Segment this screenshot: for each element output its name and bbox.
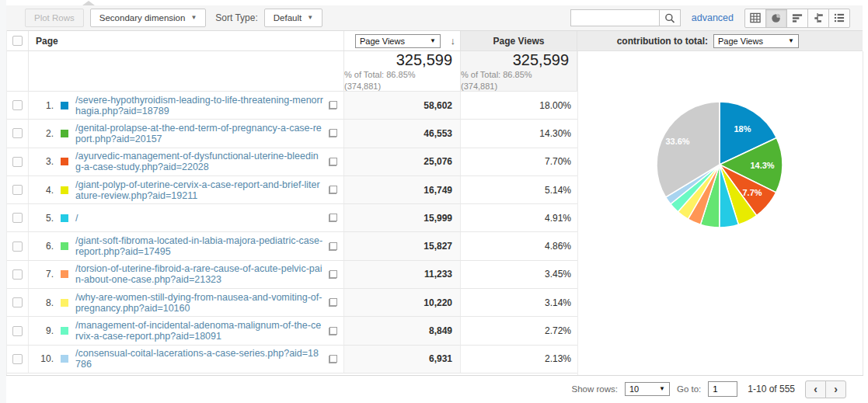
page-url-link[interactable]: /giant-polyp-of-uterine-cervix-a-case-re… [75,179,323,201]
page-url-link[interactable]: /why-are-women-still-dying-from-nausea-a… [75,292,323,314]
metric-select-dropdown[interactable]: Page Views ▼ [355,34,441,48]
page-url-link[interactable]: / [75,213,323,224]
view-toggle-group [744,9,850,28]
legend-color-swatch [61,327,68,335]
contribution-label: contribution to total: [617,36,708,47]
row-checkbox-cell [6,120,29,147]
page-cell: 10./consensual-coital-lacerations-a-case… [29,346,344,373]
pagination-buttons: ‹ › [805,380,846,398]
page-cell: 3./ayurvedic-management-of-dysfunctional… [29,148,344,175]
header-checkbox-cell [6,31,29,50]
external-link-icon[interactable] [329,270,337,279]
totals-value: 325,599 [396,50,452,69]
contribution-select-dropdown[interactable]: Page Views ▼ [713,34,799,48]
page-url-link[interactable]: /genital-prolapse-at-the-end-term-of-pre… [75,123,323,144]
search-input[interactable] [570,9,659,26]
totals-page-cell [29,51,344,91]
advanced-search-link[interactable]: advanced [692,12,734,23]
page-cell: 9./management-of-incidental-adenoma-mali… [29,317,344,344]
external-link-icon[interactable] [329,101,337,109]
contribution-header-cell: contribution to total: Page Views ▼ [577,31,863,50]
row-checkbox[interactable] [12,100,23,110]
select-all-checkbox[interactable] [12,36,23,46]
sort-type-dropdown[interactable]: Default ▼ [264,9,322,27]
view-data-table-button[interactable] [744,9,766,28]
row-checkbox[interactable] [12,213,23,223]
next-page-button[interactable]: › [825,380,846,398]
legend-color-swatch [61,158,68,165]
table-row: 5./15,9994.91% [6,204,577,232]
page-url-link[interactable]: /consensual-coital-lacerations-a-case-se… [75,348,323,370]
page-cell: 5./ [29,204,344,231]
page-column-header[interactable]: Page [29,31,344,50]
page-cell: 6./giant-soft-fibroma-located-in-labia-m… [29,232,344,259]
search-button[interactable] [659,9,681,26]
row-checkbox[interactable] [12,157,23,167]
totals-row: 325,599 % of Total: 86.85% (374,881) 325… [6,51,577,92]
table-row: 4./giant-polyp-of-uterine-cervix-a-case-… [6,176,577,204]
pie-chart-panel: 18%14.3%7.7%33.6% [577,51,863,375]
pivot-table-icon [834,12,845,23]
totals-percent-caption: % of Total: 86.85% (374,881) [461,69,569,92]
page-url-link[interactable]: /torsion-of-uterine-fibroid-a-rare-cause… [75,263,323,285]
table-rows: 1./severe-hypothyroidism-leading-to-life… [6,92,577,373]
row-checkbox[interactable] [12,297,23,307]
sort-type-value: Default [274,13,302,23]
metric-select-value: Page Views [360,36,405,46]
row-index: 7. [37,269,54,280]
table-row: 3./ayurvedic-management-of-dysfunctional… [6,148,577,176]
view-performance-button[interactable] [786,9,808,28]
row-checkbox[interactable] [12,185,23,195]
row-checkbox[interactable] [12,269,23,280]
row-checkbox-cell [6,289,29,316]
pageviews-percent-cell: 4.91% [461,204,577,231]
secondary-dimension-button[interactable]: Secondary dimension ▼ [90,9,207,27]
plot-rows-button[interactable]: Plot Rows [25,9,84,27]
table-row: 8./why-are-women-still-dying-from-nausea… [6,289,577,317]
view-percentage-button[interactable] [765,9,787,28]
external-link-icon[interactable] [329,298,337,307]
row-checkbox[interactable] [12,326,23,336]
pageviews-value-cell: 16,749 [344,176,461,203]
totals-percent-caption: % of Total: 86.85% (374,881) [344,69,452,92]
page-url-link[interactable]: /ayurvedic-management-of-dysfunctional-u… [75,151,323,172]
pageviews-value-cell: 11,233 [344,261,461,288]
row-checkbox[interactable] [12,128,23,138]
show-rows-dropdown[interactable]: 10 ▼ [625,382,670,396]
table-row: 6./giant-soft-fibroma-located-in-labia-m… [6,232,577,260]
row-checkbox-cell [6,232,29,259]
table-row: 1./severe-hypothyroidism-leading-to-life… [6,92,577,120]
page-cell: 4./giant-polyp-of-uterine-cervix-a-case-… [29,176,344,203]
previous-page-button[interactable]: ‹ [805,380,826,398]
row-index: 9. [37,325,54,336]
pageviews-column-header[interactable]: Page Views [461,31,577,50]
row-checkbox[interactable] [12,354,23,364]
chevron-right-icon: › [834,383,838,395]
pageviews-percent-cell: 4.86% [461,232,577,259]
view-pivot-button[interactable] [828,9,850,28]
external-link-icon[interactable] [329,186,337,194]
row-checkbox[interactable] [12,241,23,252]
row-checkbox-cell [6,261,29,288]
external-link-icon[interactable] [329,355,337,363]
sort-descending-icon[interactable]: ↓ [451,35,456,47]
pageviews-percent-cell: 18.00% [461,92,577,119]
external-link-icon[interactable] [329,129,337,137]
row-index: 3. [37,156,54,167]
page-url-link[interactable]: /severe-hypothyroidism-leading-to-life-t… [75,95,323,116]
external-link-icon[interactable] [329,214,337,222]
external-link-icon[interactable] [329,242,337,251]
contribution-pie-chart: 18%14.3%7.7%33.6% [642,87,797,242]
external-link-icon[interactable] [329,327,337,335]
external-link-icon[interactable] [329,158,337,166]
pageviews-value-cell: 10,220 [344,289,461,316]
pageviews-value-cell: 46,553 [344,120,461,147]
view-comparison-button[interactable] [807,9,829,28]
legend-color-swatch [61,270,68,278]
page-url-link[interactable]: /management-of-incidental-adenoma-malign… [75,320,323,342]
pageviews-value-cell: 25,076 [344,148,461,175]
page-cell: 1./severe-hypothyroidism-leading-to-life… [29,92,344,119]
sort-type-label: Sort Type: [215,12,257,23]
page-url-link[interactable]: /giant-soft-fibroma-located-in-labia-maj… [75,235,323,257]
goto-page-input[interactable] [708,381,737,397]
